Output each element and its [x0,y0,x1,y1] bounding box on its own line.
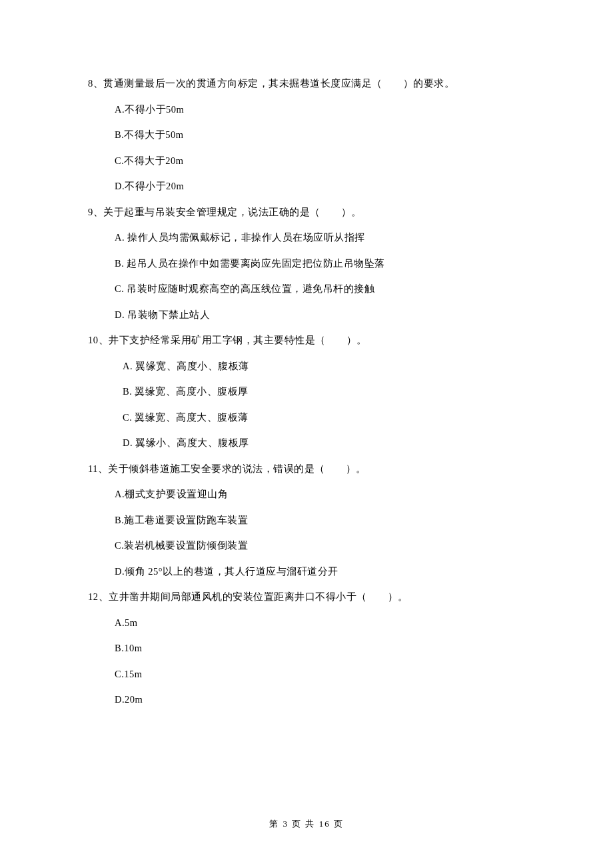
option-c: C.15m [115,669,530,679]
option-b: B.施工巷道要设置防跑车装置 [115,515,530,525]
option-c: C.装岩机械要设置防倾倒装置 [115,541,530,551]
question-8: 8、贯通测量最后一次的贯通方向标定，其未掘巷道长度应满足（ ）的要求。 A.不得… [88,79,530,191]
option-a: A. 翼缘宽、高度小、腹板薄 [123,361,530,371]
option-b: B. 翼缘宽、高度小、腹板厚 [123,387,530,397]
question-stem: 9、关于起重与吊装安全管理规定，说法正确的是（ ）。 [88,207,530,217]
options-group: A.棚式支护要设置迎山角 B.施工巷道要设置防跑车装置 C.装岩机械要设置防倾倒… [88,489,530,576]
option-a: A. 操作人员均需佩戴标记，非操作人员在场应听从指挥 [115,233,530,243]
option-a: A.不得小于50m [115,105,530,115]
option-a: A.5m [115,618,530,628]
question-stem: 11、关于倾斜巷道施工安全要求的说法，错误的是（ ）。 [88,464,530,474]
options-group: A. 翼缘宽、高度小、腹板薄 B. 翼缘宽、高度小、腹板厚 C. 翼缘宽、高度大… [88,361,530,448]
option-b: B. 起吊人员在操作中如需要离岗应先固定把位防止吊物坠落 [115,259,530,269]
question-10: 10、井下支护经常采用矿用工字钢，其主要特性是（ ）。 A. 翼缘宽、高度小、腹… [88,335,530,448]
option-d: D. 翼缘小、高度大、腹板厚 [123,438,530,448]
question-stem: 10、井下支护经常采用矿用工字钢，其主要特性是（ ）。 [88,335,530,345]
option-d: D.20m [115,695,530,705]
page-content: 8、贯通测量最后一次的贯通方向标定，其未掘巷道长度应满足（ ）的要求。 A.不得… [0,0,613,705]
options-group: A.5m B.10m C.15m D.20m [88,618,530,705]
option-d: D.不得小于20m [115,181,530,191]
option-c: C. 翼缘宽、高度大、腹板薄 [123,413,530,423]
question-11: 11、关于倾斜巷道施工安全要求的说法，错误的是（ ）。 A.棚式支护要设置迎山角… [88,464,530,577]
option-b: B.10m [115,643,530,653]
question-12: 12、立井凿井期间局部通风机的安装位置距离井口不得小于（ ）。 A.5m B.1… [88,592,530,705]
options-group: A. 操作人员均需佩戴标记，非操作人员在场应听从指挥 B. 起吊人员在操作中如需… [88,233,530,319]
question-9: 9、关于起重与吊装安全管理规定，说法正确的是（ ）。 A. 操作人员均需佩戴标记… [88,207,530,320]
option-b: B.不得大于50m [115,130,530,140]
option-d: D.倾角 25°以上的巷道，其人行道应与溜矸道分开 [115,567,530,577]
option-a: A.棚式支护要设置迎山角 [115,489,530,499]
options-group: A.不得小于50m B.不得大于50m C.不得大于20m D.不得小于20m [88,105,530,191]
question-stem: 8、贯通测量最后一次的贯通方向标定，其未掘巷道长度应满足（ ）的要求。 [88,79,530,89]
page-footer: 第 3 页 共 16 页 [0,819,613,828]
option-d: D. 吊装物下禁止站人 [115,310,530,320]
question-stem: 12、立井凿井期间局部通风机的安装位置距离井口不得小于（ ）。 [88,592,530,602]
option-c: C.不得大于20m [115,156,530,166]
option-c: C. 吊装时应随时观察高空的高压线位置，避免吊杆的接触 [115,284,530,294]
